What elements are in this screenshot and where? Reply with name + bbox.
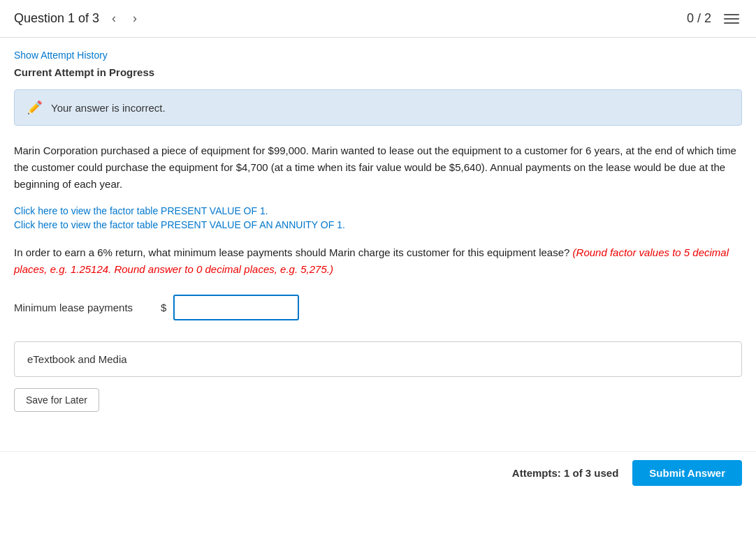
header: Question 1 of 3 ‹ › 0 / 2 [0, 0, 756, 38]
menu-icon[interactable] [721, 11, 742, 27]
current-attempt-label: Current Attempt in Progress [14, 66, 742, 78]
show-attempt-history-link[interactable]: Show Attempt History [14, 50, 108, 61]
submit-answer-button[interactable]: Submit Answer [632, 460, 742, 486]
question-main-text: In order to earn a 6% return, what minim… [14, 246, 569, 258]
input-row: Minimum lease payments $ [14, 295, 742, 320]
footer-row: Attempts: 1 of 3 used Submit Answer [0, 451, 756, 494]
save-for-later-button[interactable]: Save for Later [14, 388, 99, 412]
incorrect-text: Your answer is incorrect. [51, 102, 166, 114]
content-area: Show Attempt History Current Attempt in … [0, 38, 756, 451]
question-label: Question 1 of 3 [14, 11, 99, 26]
question-text: In order to earn a 6% return, what minim… [14, 244, 742, 278]
dollar-sign: $ [161, 302, 166, 313]
prev-button[interactable]: ‹ [108, 8, 120, 29]
attempts-label: Attempts: 1 of 3 used [512, 467, 619, 479]
incorrect-banner: ✏️ Your answer is incorrect. [14, 89, 742, 126]
pencil-icon: ✏️ [27, 100, 43, 115]
factor-link-pv1[interactable]: Click here to view the factor table PRES… [14, 205, 742, 216]
factor-links: Click here to view the factor table PRES… [14, 205, 742, 230]
factor-link-pva1[interactable]: Click here to view the factor table PRES… [14, 219, 742, 230]
problem-text: Marin Corporation purchased a piece of e… [14, 142, 742, 193]
next-button[interactable]: › [129, 8, 141, 29]
etextbook-label: eTextbook and Media [27, 353, 127, 365]
score-label: 0 / 2 [687, 11, 711, 26]
header-right: 0 / 2 [687, 11, 742, 27]
input-label: Minimum lease payments [14, 302, 154, 313]
header-left: Question 1 of 3 ‹ › [14, 8, 141, 29]
etextbook-section: eTextbook and Media [14, 341, 742, 377]
minimum-lease-payments-input[interactable] [173, 295, 299, 320]
